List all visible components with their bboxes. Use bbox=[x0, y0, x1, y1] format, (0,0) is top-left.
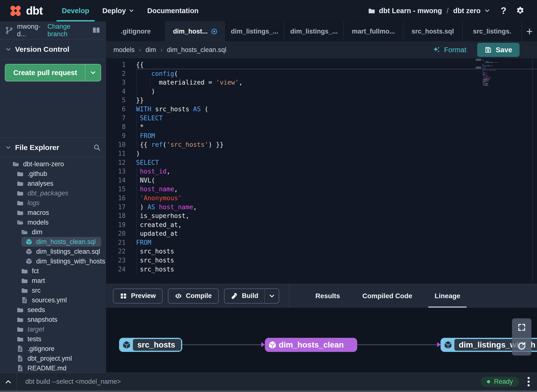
format-button[interactable]: Format bbox=[433, 46, 466, 54]
line-number: 18 bbox=[106, 211, 133, 220]
code-line-9[interactable]: 9 FROM bbox=[106, 131, 537, 140]
tree-item-dim-listings-with-hosts-[interactable]: dim_listings_with_hosts... bbox=[0, 256, 106, 266]
command-input[interactable]: dbt build --select <model_name> bbox=[25, 378, 121, 385]
fullscreen-icon[interactable] bbox=[517, 323, 526, 332]
refresh-icon[interactable] bbox=[517, 341, 527, 351]
line-number: 20 bbox=[106, 229, 133, 238]
lineage-node-dim-hosts-clean[interactable]: dim_hosts_clean bbox=[265, 338, 357, 352]
project-selector[interactable]: dbt Learn - mwong / dbt zero bbox=[368, 7, 490, 15]
create-pull-request-label[interactable]: Create pull request bbox=[5, 64, 85, 81]
build-options-caret[interactable] bbox=[265, 289, 279, 303]
build-button[interactable]: Build bbox=[224, 288, 279, 304]
nav-item-documentation[interactable]: Documentation bbox=[141, 0, 205, 21]
tree-item-seeds[interactable]: seeds bbox=[0, 305, 106, 315]
line-number: 4 bbox=[106, 87, 133, 96]
tree-item-tests[interactable]: tests bbox=[0, 334, 106, 344]
code-line-11[interactable]: 11) bbox=[106, 149, 537, 158]
code-line-12[interactable]: 12SELECT bbox=[106, 158, 537, 167]
dbt-logo[interactable]: dbt bbox=[9, 4, 43, 18]
line-number: 12 bbox=[106, 158, 133, 167]
code-line-8[interactable]: 8 * bbox=[106, 122, 537, 131]
code-line-20[interactable]: 20 updated_at bbox=[106, 229, 537, 238]
compile-button[interactable]: Compile bbox=[168, 288, 219, 304]
minimap[interactable]: {{ config( materialized = 'view', )}}WIT… bbox=[482, 60, 497, 86]
code-line-23[interactable]: 23 src_hosts bbox=[106, 256, 537, 265]
panel-tab-lineage[interactable]: Lineage bbox=[424, 284, 472, 308]
code-line-15[interactable]: 15 host_name, bbox=[106, 185, 537, 194]
code-line-17[interactable]: 17 ) AS host_name, bbox=[106, 203, 537, 212]
tree-item-dbt-learn-zero[interactable]: dbt-learn-zero bbox=[0, 159, 106, 169]
version-control-header[interactable]: Version Control bbox=[0, 39, 106, 60]
new-tab-button[interactable]: + bbox=[522, 21, 537, 41]
version-control-section: Create pull request bbox=[0, 60, 106, 138]
tree-item-mart[interactable]: mart bbox=[0, 276, 106, 286]
code-line-18[interactable]: 18 is_superhost, bbox=[106, 211, 537, 220]
code-line-text: created_at, bbox=[136, 220, 537, 229]
panel-tab-compiled-code[interactable]: Compiled Code bbox=[351, 284, 423, 308]
editor-tab-mart-fullmo-[interactable]: mart_fullmo... bbox=[344, 21, 403, 41]
code-line-5[interactable]: 5}} bbox=[106, 96, 537, 105]
tree-item-models[interactable]: models bbox=[0, 218, 106, 227]
code-line-13[interactable]: 13 host_id, bbox=[106, 167, 537, 176]
pull-request-menu-caret[interactable] bbox=[85, 64, 101, 81]
help-button[interactable]: ? bbox=[501, 6, 506, 16]
lineage-node-src-hosts[interactable]: src_hosts bbox=[119, 338, 182, 352]
change-branch-link[interactable]: Change branch bbox=[47, 23, 84, 38]
code-line-10[interactable]: 10 {{ ref('src_hosts') }} bbox=[106, 140, 537, 149]
tree-item-src[interactable]: src bbox=[0, 286, 106, 295]
editor-tab--gitignore[interactable]: .gitignore bbox=[106, 21, 165, 41]
nav-item-deploy[interactable]: Deploy bbox=[96, 0, 141, 21]
breadcrumb-item[interactable]: dim_hosts_clean.sql bbox=[167, 46, 226, 54]
create-pull-request-button[interactable]: Create pull request bbox=[5, 64, 101, 81]
panel-tab-label: Lineage bbox=[435, 292, 460, 300]
tree-item-sources-yml[interactable]: sources.yml bbox=[0, 295, 106, 305]
tree-item-readme-md[interactable]: README.md bbox=[0, 363, 106, 373]
breadcrumb-item[interactable]: dim bbox=[146, 46, 156, 54]
editor-tab-src-listings-[interactable]: src_listings. bbox=[463, 21, 522, 41]
nav-item-develop[interactable]: Develop bbox=[55, 0, 96, 21]
code-line-24[interactable]: 24 src_hosts bbox=[106, 265, 537, 274]
tree-item-fct[interactable]: fct bbox=[0, 266, 106, 276]
code-line-16[interactable]: 16 'Anonymous' bbox=[106, 194, 537, 203]
code-line-4[interactable]: 4 ) bbox=[106, 87, 537, 96]
editor-tab-dim-listings-[interactable]: dim_listings_... bbox=[225, 21, 284, 41]
code-line-2[interactable]: 2 config( bbox=[106, 69, 537, 78]
preview-button[interactable]: Preview bbox=[113, 288, 163, 304]
code-editor[interactable]: 1{{2 config(3 materialized = 'view',4 )5… bbox=[106, 58, 537, 284]
editor-tab-dim-listings-[interactable]: dim_listings_... bbox=[284, 21, 344, 41]
settings-gear-button[interactable] bbox=[516, 6, 525, 15]
tree-item-dim-listings-clean-sql[interactable]: dim_listings_clean.sql bbox=[0, 247, 106, 256]
tree-item-snapshots[interactable]: snapshots bbox=[0, 315, 106, 324]
docs-book-button[interactable] bbox=[92, 26, 101, 35]
editor-tab-dim-host-[interactable]: dim_host... bbox=[165, 21, 225, 41]
tree-item-analyses[interactable]: analyses bbox=[0, 179, 106, 188]
code-line-6[interactable]: 6WITH src_hosts AS ( bbox=[106, 105, 537, 114]
tree-item--gitignore[interactable]: .gitignore bbox=[0, 344, 106, 354]
code-line-text: ) bbox=[136, 149, 537, 158]
code-line-21[interactable]: 21FROM bbox=[106, 238, 537, 247]
code-line-14[interactable]: 14 NVL( bbox=[106, 176, 537, 185]
search-icon[interactable] bbox=[93, 144, 101, 151]
code-line-7[interactable]: 7 SELECT bbox=[106, 114, 537, 123]
file-explorer-header[interactable]: File Explorer bbox=[0, 138, 106, 157]
tree-item-dim-hosts-clean-sql[interactable]: dim_hosts_clean.sql bbox=[21, 237, 101, 247]
code-line-19[interactable]: 19 created_at, bbox=[106, 220, 537, 229]
tree-item-dim[interactable]: dim bbox=[0, 227, 106, 237]
kebab-menu-button[interactable] bbox=[525, 376, 532, 387]
panel-tab-results[interactable]: Results bbox=[304, 284, 351, 308]
save-button[interactable]: Save bbox=[477, 43, 520, 57]
code-line-22[interactable]: 22 src_hosts bbox=[106, 247, 537, 256]
tree-item-target[interactable]: target bbox=[0, 324, 106, 334]
code-line-text: src_hosts bbox=[136, 247, 537, 256]
code-line-3[interactable]: 3 materialized = 'view', bbox=[106, 78, 537, 87]
code-line-1[interactable]: 1{{ bbox=[106, 60, 537, 69]
editor-tab-src-hosts-sql[interactable]: src_hosts.sql bbox=[403, 21, 462, 41]
tree-item-logs[interactable]: logs bbox=[0, 198, 106, 208]
tree-item-dbt-project-yml[interactable]: dbt_project.yml bbox=[0, 354, 106, 363]
breadcrumb-item[interactable]: models bbox=[113, 46, 135, 54]
tree-item--github[interactable]: .github bbox=[0, 169, 106, 179]
expand-command-bar-button[interactable] bbox=[0, 373, 17, 391]
status-label: Ready bbox=[494, 378, 513, 385]
tree-item-dbt-packages[interactable]: dbt_packages bbox=[0, 188, 106, 198]
tree-item-macros[interactable]: macros bbox=[0, 208, 106, 218]
